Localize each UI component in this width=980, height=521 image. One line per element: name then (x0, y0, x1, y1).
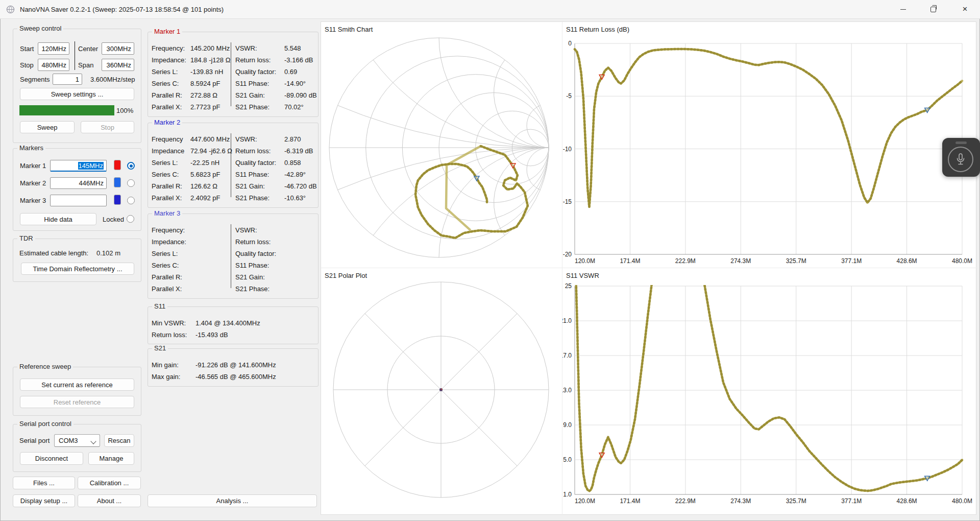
minimize-button[interactable] (890, 0, 916, 18)
rescan-button[interactable]: Rescan (104, 434, 134, 447)
stop-label: Stop (20, 61, 34, 69)
field-value: 184.8 -j128 Ω (190, 56, 230, 64)
field-value: -91.226 dB @ 141.600MHz (195, 361, 276, 369)
marker2-radio[interactable] (127, 179, 135, 187)
stop-button[interactable]: Stop (81, 121, 134, 133)
marker-detail-row: Series C:5.6823 pF (152, 169, 231, 180)
close-button[interactable]: × (950, 0, 980, 18)
span-input[interactable] (102, 59, 134, 71)
field-label: S21 Phase: (235, 192, 284, 204)
field-label: Series C: (152, 259, 190, 271)
serial-port-combobox[interactable]: COM3 (54, 434, 100, 447)
analysis-button[interactable]: Analysis ... (148, 494, 317, 507)
field-value: 2.870 (284, 135, 301, 143)
microphone-icon (948, 147, 973, 172)
info-row: Min VSWR:1.404 @ 134.400MHz (148, 317, 318, 329)
marker-detail-row: Parallel R:126.62 Ω (152, 180, 231, 192)
x-tick-label: 120.0M (575, 498, 595, 505)
stop-input[interactable] (38, 59, 69, 71)
marker3-label: Marker 3 (20, 197, 46, 204)
info-row: Return loss:-15.493 dB (148, 329, 318, 341)
sweep-control-title: Sweep control (17, 25, 63, 32)
app-window: NanoVNA Saver 0.2.2-1 (Sweep: 2025-07-13… (0, 0, 980, 521)
locked-label: Locked (103, 216, 124, 223)
tdr-button[interactable]: Time Domain Reflectometry ... (21, 263, 134, 275)
set-reference-button[interactable]: Set current as reference (20, 378, 134, 391)
x-tick-label: 428.6M (897, 498, 917, 505)
manage-button[interactable]: Manage (88, 452, 134, 465)
x-tick-label: 120.0M (575, 257, 595, 265)
field-label: Impedance: (152, 54, 190, 66)
marker-detail-row: Quality factor:0.69 (235, 66, 318, 78)
marker-detail-row: Return loss:-6.319 dB (235, 145, 318, 157)
field-label: Frequency (152, 133, 190, 145)
about-button[interactable]: About ... (78, 494, 141, 507)
marker-detail-row: Series L: (152, 248, 231, 259)
x-tick-label: 480.0M (952, 257, 972, 265)
serial-port-label: Serial port (19, 437, 50, 444)
center-input[interactable] (102, 42, 134, 55)
y-tick-label: 25 (565, 282, 572, 290)
vswr-chart[interactable]: S11 VSWR 120.0M171.4M222.9M274.3M325.7M3… (562, 268, 977, 515)
marker-detail-row: Quality factor:0.858 (235, 157, 318, 169)
info-row: Max gain:-46.565 dB @ 465.600MHz (148, 371, 318, 383)
segments-input[interactable] (53, 74, 82, 85)
x-tick-label: 480.0M (952, 498, 972, 505)
marker3-radio[interactable] (127, 197, 135, 204)
chevron-down-icon (90, 438, 96, 444)
locked-radio[interactable] (127, 215, 134, 223)
field-label: S21 Gain: (235, 180, 284, 192)
microphone-overlay[interactable] (942, 138, 980, 177)
field-label: Quality factor: (235, 248, 284, 259)
marker-detail-row: Impedance72.94 -j62.6 Ω (152, 145, 231, 157)
sweep-button[interactable]: Sweep (20, 121, 75, 133)
field-label: Series C: (152, 78, 190, 89)
calibration-button[interactable]: Calibration ... (78, 477, 141, 489)
info-panel-title: S21 (152, 344, 168, 352)
marker3-color-swatch[interactable] (114, 195, 121, 205)
y-tick-label: 5.0 (563, 456, 572, 463)
marker-detail-row: Impedance: (152, 236, 231, 248)
field-label: Parallel X: (152, 283, 190, 295)
marker2-input[interactable]: 446MHz (50, 177, 107, 189)
y-tick-label: -15 (563, 198, 572, 205)
smith-chart[interactable]: S11 Smith Chart (321, 22, 562, 268)
progress-percent: 100% (116, 107, 133, 114)
field-label: Series C: (152, 169, 190, 180)
marker2-color-swatch[interactable] (114, 177, 121, 187)
field-label: Return loss: (152, 329, 195, 341)
marker-detail-row: S11 Phase: (235, 259, 318, 271)
y-tick-label: -5 (566, 92, 572, 100)
marker-detail-row: Frequency447.600 MHz (152, 133, 231, 145)
sweep-settings-button[interactable]: Sweep settings ... (20, 88, 134, 100)
marker-detail-row: Parallel X: (152, 283, 231, 295)
display-setup-button[interactable]: Display setup ... (13, 494, 75, 507)
field-label: Impedance: (152, 236, 190, 248)
field-label: Max gain: (152, 371, 195, 383)
field-label: Parallel X: (152, 101, 190, 113)
files-button[interactable]: Files ... (13, 477, 75, 489)
marker1-radio[interactable] (127, 162, 135, 170)
segments-label: Segments (20, 76, 50, 83)
marker1-input[interactable]: 145MHz (50, 160, 107, 172)
restore-button[interactable] (920, 0, 946, 18)
return-loss-chart[interactable]: S11 Return Loss (dB) 120.0M171.4M222.9M2… (562, 22, 977, 268)
field-label: S21 Gain: (235, 89, 284, 101)
polar-plot[interactable]: S21 Polar Plot (321, 268, 562, 515)
field-label: VSWR: (235, 133, 284, 145)
disconnect-button[interactable]: Disconnect (20, 452, 83, 465)
reset-reference-button[interactable]: Reset reference (20, 396, 134, 408)
field-label: Parallel R: (152, 180, 190, 192)
marker1-color-swatch[interactable] (114, 160, 121, 170)
s21-info-panel: S21Min gain:-91.226 dB @ 141.600MHzMax g… (148, 348, 318, 387)
field-label: Min VSWR: (152, 317, 195, 329)
y-tick-label: 1.0 (563, 491, 572, 498)
marker-detail-row: Frequency:145.200 MHz (152, 42, 231, 54)
marker3-input[interactable] (50, 195, 107, 206)
start-input[interactable] (38, 42, 69, 55)
field-value: 145.200 MHz (190, 44, 230, 52)
marker-detail-row: Series L:-22.25 nH (152, 157, 231, 169)
marker-detail-row: Series C:8.5924 pF (152, 78, 231, 89)
x-tick-label: 377.1M (841, 257, 862, 265)
hide-data-button[interactable]: Hide data (20, 213, 96, 225)
